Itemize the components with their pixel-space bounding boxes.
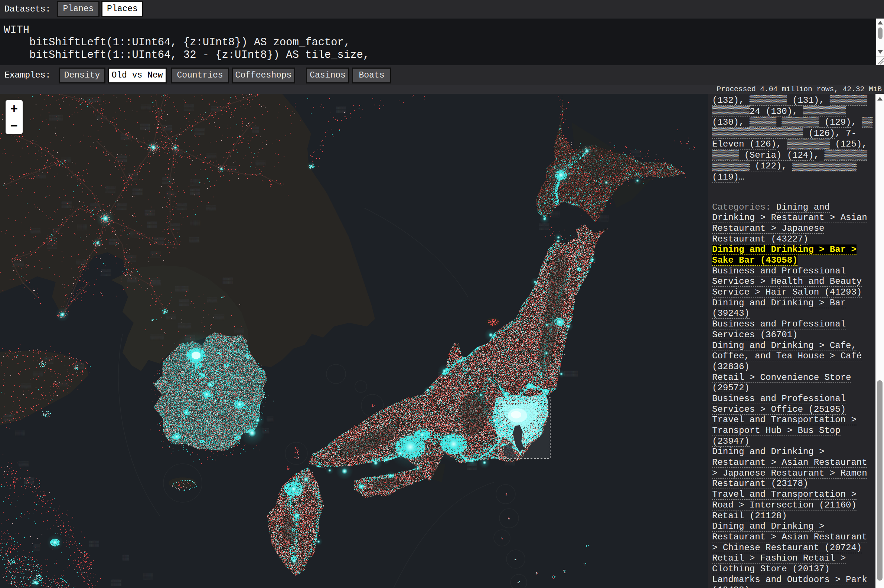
svg-text:▒▒▒: ▒▒▒ <box>194 128 205 135</box>
svg-text:▒▒▒: ▒▒▒ <box>206 205 216 212</box>
svg-text:▒▒▒: ▒▒▒ <box>190 220 200 226</box>
svg-text:▒▒▒: ▒▒▒ <box>126 255 137 262</box>
svg-text:▒▒▒: ▒▒▒ <box>127 277 137 284</box>
svg-text:▒▒▒: ▒▒▒ <box>105 186 116 193</box>
svg-text:▒▒▒: ▒▒▒ <box>15 430 25 436</box>
svg-text:▒▒▒: ▒▒▒ <box>141 104 151 111</box>
svg-text:▒▒▒: ▒▒▒ <box>598 215 609 222</box>
svg-text:▒▒▒: ▒▒▒ <box>211 106 221 112</box>
svg-text:▒▒▒: ▒▒▒ <box>143 573 153 580</box>
svg-text:▒▒▒: ▒▒▒ <box>109 238 119 245</box>
svg-text:▒▒▒: ▒▒▒ <box>18 461 29 467</box>
svg-text:▒▒▒: ▒▒▒ <box>145 210 155 216</box>
svg-text:▒▒▒▒: ▒▒▒▒ <box>50 115 63 121</box>
svg-text:▒▒▒▒: ▒▒▒▒ <box>175 286 189 292</box>
svg-text:▒▒▒: ▒▒▒ <box>214 314 225 321</box>
svg-text:▒▒: ▒▒ <box>253 126 260 133</box>
svg-text:▒▒▒: ▒▒▒ <box>111 579 122 586</box>
svg-text:▒▒▒: ▒▒▒ <box>177 203 187 210</box>
svg-text:▒▒▒: ▒▒▒ <box>170 224 180 230</box>
svg-text:▒▒▒: ▒▒▒ <box>162 177 173 184</box>
svg-text:▒▒▒▒: ▒▒▒▒ <box>150 334 164 340</box>
svg-text:▒▒▒: ▒▒▒ <box>179 299 189 306</box>
svg-text:▒▒: ▒▒ <box>266 416 274 423</box>
svg-text:▒▒: ▒▒ <box>123 555 129 561</box>
svg-text:▒▒▒: ▒▒▒ <box>77 224 87 231</box>
svg-text:▒▒▒: ▒▒▒ <box>256 160 266 166</box>
svg-text:▒▒▒: ▒▒▒ <box>129 231 140 238</box>
svg-text:▒▒▒: ▒▒▒ <box>89 540 99 547</box>
svg-text:▒▒▒: ▒▒▒ <box>539 224 549 230</box>
svg-text:▒▒▒: ▒▒▒ <box>162 124 173 131</box>
svg-text:▒▒▒: ▒▒▒ <box>206 153 217 159</box>
svg-text:▒▒▒: ▒▒▒ <box>154 237 164 244</box>
svg-text:▒▒▒▒: ▒▒▒▒ <box>87 97 101 104</box>
svg-text:▒▒▒: ▒▒▒ <box>90 203 101 210</box>
svg-text:▒▒▒▒: ▒▒▒▒ <box>178 323 192 329</box>
svg-text:▒▒▒: ▒▒▒ <box>101 269 111 276</box>
svg-text:▒▒▒: ▒▒▒ <box>36 173 47 180</box>
svg-text:▒▒▒: ▒▒▒ <box>62 201 72 208</box>
svg-text:▒▒▒: ▒▒▒ <box>21 383 32 390</box>
svg-text:▒▒▒: ▒▒▒ <box>207 297 218 303</box>
svg-text:▒▒▒▒: ▒▒▒▒ <box>564 370 578 377</box>
svg-text:▒▒▒: ▒▒▒ <box>61 157 71 164</box>
svg-text:▒▒▒: ▒▒▒ <box>30 228 41 234</box>
svg-text:▒▒▒: ▒▒▒ <box>223 278 233 284</box>
svg-text:▒▒▒: ▒▒▒ <box>189 237 200 243</box>
svg-text:▒▒▒: ▒▒▒ <box>132 189 143 195</box>
svg-text:▒▒▒: ▒▒▒ <box>184 104 194 111</box>
svg-text:▒▒▒: ▒▒▒ <box>24 477 35 484</box>
svg-text:▒▒: ▒▒ <box>33 544 41 551</box>
svg-text:▒▒▒: ▒▒▒ <box>44 357 54 364</box>
svg-text:▒▒▒: ▒▒▒ <box>234 328 244 334</box>
svg-text:▒▒▒: ▒▒▒ <box>631 150 642 157</box>
svg-text:▒▒▒: ▒▒▒ <box>147 222 158 228</box>
